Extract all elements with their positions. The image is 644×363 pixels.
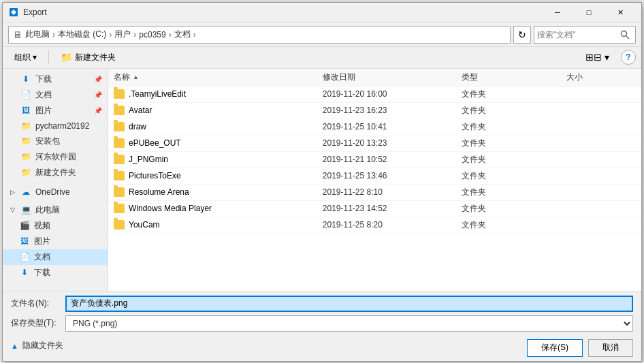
expand-icon: ▷ xyxy=(8,188,16,196)
header-type[interactable]: 类型 xyxy=(462,72,566,83)
expand-icon xyxy=(8,75,16,83)
table-row[interactable]: ePUBee_OUT 2019-11-20 13:23 文件夹 xyxy=(108,136,641,152)
breadcrumb-computer[interactable]: 此电脑 xyxy=(25,29,50,40)
documents-icon: 📄 xyxy=(20,89,31,100)
file-type: 文件夹 xyxy=(462,89,566,100)
thispc-icon: 💻 xyxy=(20,204,31,215)
sidebar-item-photo[interactable]: 🖼 图片 xyxy=(3,234,108,249)
hide-folder-toggle[interactable]: ▲ 隐藏文件夹 xyxy=(11,340,63,351)
sidebar-item-video[interactable]: 🎬 视频 xyxy=(3,218,108,234)
search-input[interactable] xyxy=(534,30,616,40)
video-icon: 🎬 xyxy=(19,220,30,231)
hide-folder-icon: ▲ xyxy=(11,342,18,350)
refresh-button[interactable]: ↻ xyxy=(513,26,531,44)
cancel-button[interactable]: 取消 xyxy=(588,339,633,357)
file-date: 2019-11-22 8:10 xyxy=(323,187,462,197)
file-list-header: 名称 ▲ 修改日期 类型 大小 xyxy=(108,69,641,86)
folder-icon xyxy=(114,171,125,180)
sidebar-label-install: 安装包 xyxy=(35,136,60,147)
sidebar-label-thispc: 此电脑 xyxy=(35,204,60,216)
sidebar-label-hedong: 河东软件园 xyxy=(35,151,76,163)
toolbar: 组织 ▾ 📁 新建文件夹 ⊞⊟ ▾ ? xyxy=(3,47,641,69)
sidebar-item-dl[interactable]: ⬇ 下载 xyxy=(3,265,108,281)
folder-icon xyxy=(114,106,125,115)
bottom-footer: ▲ 隐藏文件夹 保存(S) 取消 xyxy=(11,335,633,357)
breadcrumb-drive[interactable]: 本地磁盘 (C:) xyxy=(58,29,106,40)
minimize-button[interactable]: ─ xyxy=(542,2,573,22)
organize-button[interactable]: 组织 ▾ xyxy=(8,48,43,66)
header-size[interactable]: 大小 xyxy=(566,72,636,83)
table-row[interactable]: YouCam 2019-11-25 8:20 文件夹 xyxy=(108,217,641,234)
action-buttons: 保存(S) 取消 xyxy=(527,339,633,357)
header-date[interactable]: 修改日期 xyxy=(323,72,462,83)
file-type: 文件夹 xyxy=(462,170,566,182)
sidebar-label-doc: 文档 xyxy=(34,251,50,263)
folder-icon xyxy=(114,187,125,197)
table-row[interactable]: draw 2019-11-25 10:41 文件夹 xyxy=(108,119,641,136)
file-type: 文件夹 xyxy=(462,121,566,133)
sidebar-item-hedong[interactable]: 📁 河东软件园 xyxy=(3,149,108,165)
sidebar-item-install[interactable]: 📁 安装包 xyxy=(3,133,108,149)
photo-icon: 🖼 xyxy=(19,236,30,247)
file-save-dialog: Export ─ □ ✕ 🖥 此电脑 › 本地磁盘 (C:) › 用户 › pc… xyxy=(2,2,642,362)
search-icon[interactable] xyxy=(616,26,634,44)
breadcrumb-docs[interactable]: 文档 xyxy=(174,29,191,40)
table-row[interactable]: PicturesToExe 2019-11-25 13:46 文件夹 xyxy=(108,168,641,185)
table-row[interactable]: Avatar 2019-11-23 16:23 文件夹 xyxy=(108,103,641,119)
table-row[interactable]: Windows Media Player 2019-11-23 14:52 文件… xyxy=(108,201,641,217)
table-row[interactable]: J_PNGmin 2019-11-21 10:52 文件夹 xyxy=(108,152,641,168)
sidebar-label-dl: 下载 xyxy=(34,267,50,279)
filename-input[interactable] xyxy=(65,296,633,312)
search-box[interactable] xyxy=(534,26,636,44)
sidebar-item-thispc[interactable]: ▽ 💻 此电脑 xyxy=(3,202,108,218)
new-folder-label: 新建文件夹 xyxy=(75,52,116,63)
sidebar-label-photo: 图片 xyxy=(34,236,50,247)
filetype-select[interactable]: PNG (*.png) xyxy=(65,315,633,332)
file-date: 2019-11-23 16:23 xyxy=(323,106,462,115)
file-type: 文件夹 xyxy=(462,187,566,198)
computer-icon: 🖥 xyxy=(13,29,22,40)
filename-label: 文件名(N): xyxy=(11,298,65,309)
expand-icon xyxy=(8,91,16,99)
file-date: 2019-11-20 13:23 xyxy=(323,138,462,148)
maximize-button[interactable]: □ xyxy=(573,2,605,22)
sidebar-item-doc[interactable]: 📄 文档 xyxy=(3,249,108,265)
pin-icon: 📌 xyxy=(94,91,102,99)
file-name: draw xyxy=(129,122,146,131)
file-rows-container: .TeamyiLiveEdit 2019-11-20 16:00 文件夹 Ava… xyxy=(108,86,641,234)
new-folder-button[interactable]: 📁 新建文件夹 xyxy=(54,48,122,66)
breadcrumb-user[interactable]: pc0359 xyxy=(139,30,165,40)
expand-icon xyxy=(8,168,16,176)
sidebar-item-pictures[interactable]: 🖼 图片 📌 xyxy=(3,103,108,119)
help-button[interactable]: ? xyxy=(621,50,636,65)
pictures-icon: 🖼 xyxy=(20,105,31,116)
sidebar-item-download[interactable]: ⬇ 下载 📌 xyxy=(3,72,108,87)
sidebar-item-onedrive[interactable]: ▷ ☁ OneDrive xyxy=(3,185,108,200)
view-controls: ⊞⊟ ▾ ? xyxy=(582,50,636,65)
file-name: Resolume Arena xyxy=(129,187,189,197)
breadcrumb[interactable]: 🖥 此电脑 › 本地磁盘 (C:) › 用户 › pc0359 › 文档 › xyxy=(8,26,511,44)
pin-icon: 📌 xyxy=(94,107,102,114)
sidebar-item-documents[interactable]: 📄 文档 📌 xyxy=(3,87,108,103)
file-type: 文件夹 xyxy=(462,105,566,116)
filename-row: 文件名(N): xyxy=(11,296,633,312)
view-icon: ⊞⊟ xyxy=(585,52,602,63)
sidebar-label-video: 视频 xyxy=(34,220,50,232)
save-button[interactable]: 保存(S) xyxy=(527,339,583,357)
sidebar-item-newfolder[interactable]: 📁 新建文件夹 xyxy=(3,165,108,180)
view-dropdown-icon: ▾ xyxy=(605,52,609,63)
sidebar-label-newfolder: 新建文件夹 xyxy=(35,167,76,178)
table-row[interactable]: Resolume Arena 2019-11-22 8:10 文件夹 xyxy=(108,185,641,201)
title-bar: Export ─ □ ✕ xyxy=(3,3,641,23)
view-toggle-button[interactable]: ⊞⊟ ▾ xyxy=(582,50,613,65)
sidebar-item-pycharm[interactable]: 📁 pycharm20192 xyxy=(3,119,108,133)
expand-icon xyxy=(8,137,16,145)
table-row[interactable]: .TeamyiLiveEdit 2019-11-20 16:00 文件夹 xyxy=(108,86,641,103)
dl-icon: ⬇ xyxy=(19,267,30,278)
close-button[interactable]: ✕ xyxy=(605,2,636,22)
breadcrumb-users[interactable]: 用户 xyxy=(114,29,131,40)
header-name[interactable]: 名称 ▲ xyxy=(114,72,323,83)
file-date: 2019-11-20 16:00 xyxy=(323,89,462,99)
main-content: ⬇ 下载 📌 📄 文档 📌 🖼 图片 📌 📁 pycharm20192 xyxy=(3,69,641,291)
svg-line-2 xyxy=(626,36,629,39)
